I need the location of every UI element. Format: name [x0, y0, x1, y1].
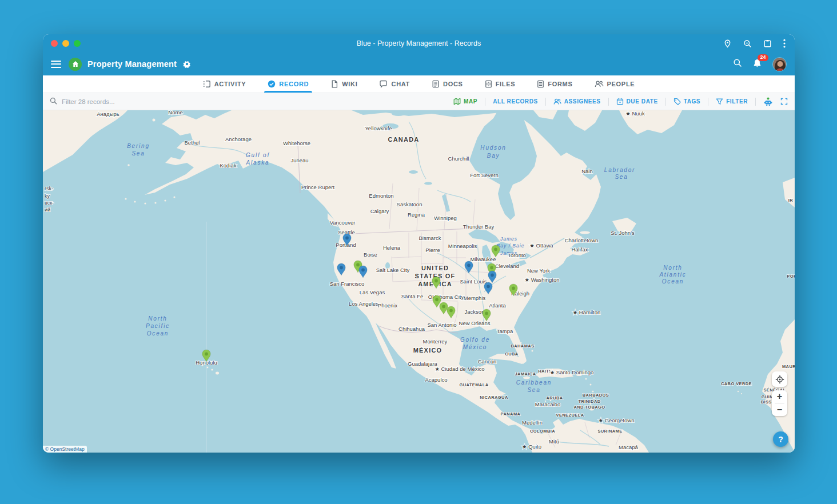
map-label: ★ Ottawa	[529, 242, 553, 249]
map-label: Halifax	[571, 246, 588, 253]
map-label: Jackson	[465, 309, 485, 315]
map-label: Labrador	[604, 167, 635, 173]
app-window: Blue - Property Management - Records Pro…	[43, 34, 795, 453]
toolbar-separator	[608, 98, 609, 106]
project-settings-gear-icon[interactable]	[182, 59, 192, 69]
map-label: Milwaukee	[471, 256, 496, 262]
map-label: Bering	[127, 143, 150, 149]
map-label: Winnipeg	[434, 215, 457, 221]
map-label: Ocean	[662, 278, 684, 285]
map-label: Анадырь	[97, 111, 119, 117]
toolbar-separator	[708, 98, 708, 106]
zoom-out-page-icon[interactable]	[743, 39, 752, 48]
map-label: Calgary	[370, 208, 389, 214]
map-label: ★ Washington	[525, 277, 560, 283]
map-label: James	[500, 236, 517, 242]
map-label: Los Angeles	[349, 301, 378, 307]
map-label: Nome	[168, 110, 182, 115]
kebab-menu-icon[interactable]	[783, 39, 786, 48]
zoom-out-button[interactable]: −	[772, 403, 787, 416]
map-label: Bay / Baie	[497, 243, 525, 249]
map-label: CABO VERDE	[721, 381, 752, 386]
map-label: Nain	[581, 168, 593, 174]
minimize-window-button[interactable]	[62, 40, 69, 47]
map-label: ★ Ciudad de México	[435, 366, 484, 372]
tags-button[interactable]: TAGS	[673, 98, 700, 105]
filterbar: MAP ALL RECORDS ASSIGNEES DUE DATE TAGS	[43, 93, 795, 110]
extension-icon[interactable]	[763, 39, 772, 48]
tab-wiki[interactable]: WIKI	[329, 75, 358, 93]
map-label: Chihuahua	[398, 326, 425, 332]
map-label: Monterrey	[423, 338, 448, 345]
map-label: Acapulco	[425, 377, 447, 383]
map-label: NICARAGUA	[480, 395, 508, 400]
map-label: SURINAME	[597, 429, 622, 434]
map-label: PANAMA	[501, 411, 521, 417]
filter-records-input[interactable]	[62, 98, 188, 105]
map-label: Maracaibo	[535, 401, 560, 407]
assignees-button[interactable]: ASSIGNEES	[553, 98, 601, 105]
map-label: Boise	[364, 251, 377, 258]
map-label: Regina	[408, 211, 425, 218]
map-canvas[interactable]: АнадырьNomeBethelAnchorageWhitehorseKodi…	[43, 110, 795, 453]
tab-people[interactable]: PEOPLE	[593, 75, 636, 93]
tab-activity[interactable]: ACTIVITY	[202, 75, 248, 93]
location-pin-icon[interactable]	[723, 39, 732, 48]
help-button[interactable]: ?	[773, 431, 788, 447]
hamburger-menu-icon[interactable]	[51, 61, 61, 68]
map-label: JAMAICA	[515, 371, 536, 377]
map-label: Helena	[383, 245, 401, 251]
all-records-button[interactable]: ALL RECORDS	[493, 98, 538, 105]
map-label: Atlanta	[489, 302, 506, 309]
map-label: POR	[787, 274, 795, 279]
map-label: Prince Rupert	[301, 184, 334, 190]
map-label: Gulf of	[246, 152, 270, 158]
automation-robot-icon[interactable]	[763, 97, 773, 106]
map-label: Golfo de	[460, 337, 490, 343]
tab-chat[interactable]: CHAT	[378, 75, 411, 93]
map-label: Vancouver	[330, 219, 356, 226]
zoom-controls: + −	[772, 390, 787, 416]
map-label: North	[148, 315, 167, 322]
window-title: Blue - Property Management - Records	[43, 39, 795, 47]
map-label: Anchorage	[225, 136, 252, 142]
map-label: Toronto	[508, 252, 526, 258]
map-label: ★ Georgetown	[599, 417, 635, 423]
toolbar-separator	[755, 98, 756, 106]
map-attribution[interactable]: © OpenStreetMap	[43, 446, 87, 453]
map-label: GUATEMALA	[460, 382, 489, 387]
search-icon[interactable]	[733, 58, 742, 70]
zoom-in-button[interactable]: +	[772, 390, 787, 403]
fullscreen-expand-icon[interactable]	[780, 98, 788, 105]
map-label: MAUR	[782, 364, 795, 369]
close-window-button[interactable]	[51, 40, 58, 47]
project-logo-home-icon[interactable]	[69, 58, 82, 71]
tab-record[interactable]: RECORD	[266, 75, 310, 93]
maximize-window-button[interactable]	[74, 40, 81, 47]
map-label: Hudson	[480, 145, 506, 151]
locate-me-button[interactable]	[772, 371, 787, 387]
notification-badge: 24	[758, 54, 768, 61]
user-avatar[interactable]	[772, 57, 787, 71]
map-label: COLOMBIA	[530, 429, 555, 434]
map-label: Bay	[487, 153, 500, 159]
tab-files[interactable]: FILES	[484, 75, 517, 93]
map-label: Santa Fe	[401, 293, 424, 299]
map-label: IR	[788, 198, 793, 203]
map-label: Saint Louis	[460, 278, 487, 285]
titlebar: Blue - Property Management - Records	[43, 34, 795, 53]
map-label: ★ Santo Domingo	[550, 369, 594, 375]
map-label: ★ Quito	[522, 443, 541, 450]
appbar: Property Management 24	[43, 53, 795, 75]
map-label: St. John's	[611, 230, 635, 236]
filter-button[interactable]: FILTER	[716, 98, 748, 105]
map-label: Saskatoon	[397, 201, 423, 207]
map-label: Medellín	[522, 419, 543, 426]
map-label: Pacific	[146, 323, 170, 329]
tab-docs[interactable]: DOCS	[431, 75, 464, 93]
notifications-bell-icon[interactable]: 24	[752, 58, 762, 70]
map-label: Tampa	[497, 328, 513, 334]
map-view-button[interactable]: MAP	[453, 98, 477, 105]
tab-forms[interactable]: FORMS	[536, 75, 573, 93]
due-date-button[interactable]: DUE DATE	[616, 98, 658, 105]
